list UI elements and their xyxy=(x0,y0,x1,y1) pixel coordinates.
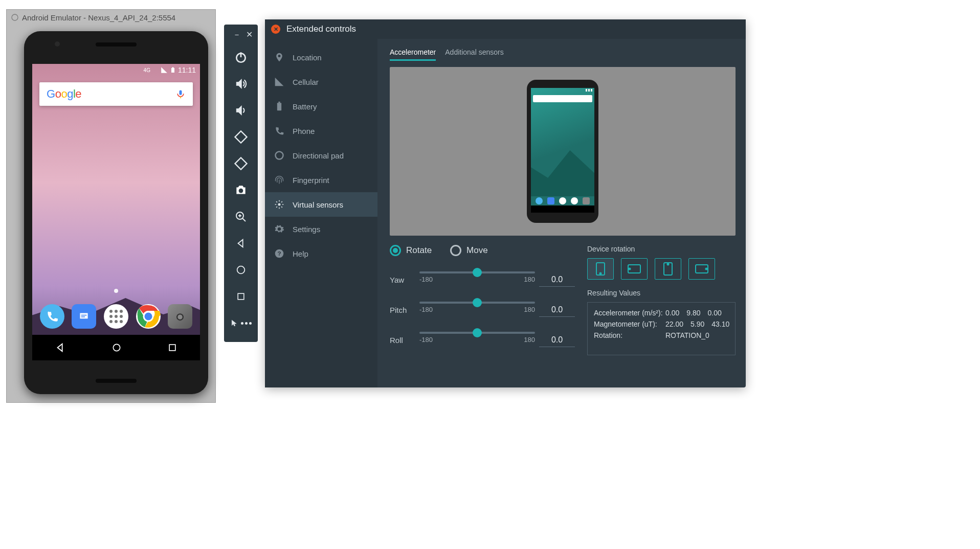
sidebar-item-help[interactable]: ? Help xyxy=(265,241,377,266)
emulator-toolbar: － ✕ xyxy=(224,25,258,342)
sidebar-item-dpad[interactable]: Directional pad xyxy=(265,143,377,168)
magnet-z: 43.10 xyxy=(711,320,729,328)
radio-indicator xyxy=(390,245,401,256)
dock-phone-icon[interactable] xyxy=(40,304,64,329)
home-button[interactable] xyxy=(229,258,253,282)
svg-rect-14 xyxy=(169,345,175,351)
nav-overview-icon[interactable] xyxy=(167,342,177,353)
emulator-window: Android Emulator - Nexus_4_API_24_2:5554… xyxy=(6,9,216,403)
magnet-x: 22.00 xyxy=(665,320,683,328)
tab-accelerometer[interactable]: Accelerometer xyxy=(390,45,436,61)
resulting-values-label: Resulting Values xyxy=(587,289,736,297)
sidebar-item-fingerprint[interactable]: Fingerprint xyxy=(265,168,377,192)
roll-slider[interactable]: -180 180 xyxy=(419,328,535,353)
android-status-bar[interactable]: 4G 11:11 xyxy=(32,64,200,76)
sidebar-item-virtual-sensors[interactable]: Virtual sensors xyxy=(265,192,377,217)
gear-icon xyxy=(274,224,284,234)
power-button[interactable] xyxy=(229,45,253,69)
battery-icon xyxy=(274,101,284,111)
bottom-speaker xyxy=(96,379,137,383)
more-button[interactable] xyxy=(229,311,253,335)
mode-rotate-radio[interactable]: Rotate xyxy=(390,245,432,256)
fingerprint-icon xyxy=(274,175,284,185)
mode-move-radio[interactable]: Move xyxy=(450,245,488,256)
close-button[interactable]: ✕ xyxy=(271,25,280,34)
svg-rect-5 xyxy=(80,313,88,319)
earpiece-speaker xyxy=(96,42,137,47)
tab-additional-sensors[interactable]: Additional sensors xyxy=(445,45,503,61)
magnet-label: Magnetometer (uT): xyxy=(594,320,665,328)
device-frame: 4G 11:11 Google xyxy=(24,31,208,394)
volume-down-button[interactable] xyxy=(229,99,253,122)
app-dock xyxy=(32,304,200,329)
screenshot-button[interactable] xyxy=(229,178,253,202)
sidebar-item-settings[interactable]: Settings xyxy=(265,217,377,241)
pitch-slider[interactable]: -180 180 xyxy=(419,298,535,323)
rotation-value: ROTATION_0 xyxy=(665,331,729,339)
dock-camera-icon[interactable] xyxy=(168,304,192,329)
yaw-value-input[interactable]: 0.0 xyxy=(539,273,575,287)
pitch-label: Pitch xyxy=(390,306,415,314)
volume-down-icon xyxy=(234,104,248,117)
toolbar-close-icon[interactable]: ✕ xyxy=(246,30,253,40)
svg-rect-1 xyxy=(171,68,174,73)
power-icon xyxy=(234,51,248,64)
extended-main: Accelerometer Additional sensors xyxy=(377,39,746,387)
magnet-y: 5.90 xyxy=(691,320,704,328)
yaw-min: -180 xyxy=(419,276,433,283)
svg-rect-17 xyxy=(235,131,247,143)
overview-icon xyxy=(236,291,246,302)
svg-rect-3 xyxy=(180,90,182,95)
svg-point-0 xyxy=(12,14,18,20)
svg-rect-27 xyxy=(278,102,280,103)
rotation-portrait-rev-button[interactable] xyxy=(655,258,681,280)
sidebar-item-label: Location xyxy=(293,53,322,62)
svg-line-21 xyxy=(242,218,246,221)
dock-messages-icon[interactable] xyxy=(72,304,96,329)
rotation-portrait-button[interactable] xyxy=(587,258,614,280)
resulting-values-box: Accelerometer (m/s²): 0.00 9.80 0.00 Mag… xyxy=(587,302,736,355)
yaw-slider[interactable]: -180 180 xyxy=(419,267,535,292)
overview-button[interactable] xyxy=(229,285,253,308)
emulator-title: Android Emulator - Nexus_4_API_24_2:5554 xyxy=(22,13,175,22)
dock-chrome-icon[interactable] xyxy=(136,304,161,329)
sensor-tabs: Accelerometer Additional sensors xyxy=(390,45,736,61)
toolbar-minimize-icon[interactable]: － xyxy=(233,30,241,40)
nav-home-icon[interactable] xyxy=(112,342,122,353)
dock-apps-icon[interactable] xyxy=(104,304,128,329)
svg-rect-6 xyxy=(81,315,87,316)
device-screen[interactable]: 4G 11:11 Google xyxy=(32,64,200,360)
roll-value-input[interactable]: 0.0 xyxy=(539,333,575,347)
svg-rect-25 xyxy=(238,293,244,300)
device-preview-area[interactable] xyxy=(390,67,736,236)
rotate-left-button[interactable] xyxy=(229,125,253,149)
signal-icon xyxy=(161,66,168,74)
zoom-button[interactable] xyxy=(229,205,253,228)
front-camera-dot xyxy=(55,41,60,47)
back-button[interactable] xyxy=(229,232,253,255)
android-icon xyxy=(11,13,19,21)
back-icon xyxy=(235,238,247,249)
volume-up-icon xyxy=(234,77,248,90)
svg-rect-2 xyxy=(172,67,173,68)
rotate-right-icon xyxy=(234,156,248,171)
sidebar-item-cellular[interactable]: Cellular xyxy=(265,70,377,94)
device-rotation-label: Device rotation xyxy=(587,245,736,253)
yaw-label: Yaw xyxy=(390,276,415,284)
sidebar-item-location[interactable]: Location xyxy=(265,45,377,70)
accel-z: 0.00 xyxy=(708,309,722,317)
device-preview[interactable] xyxy=(527,80,598,223)
dpad-icon xyxy=(274,150,284,161)
volume-up-button[interactable] xyxy=(229,72,253,96)
rotation-landscape-rev-button[interactable] xyxy=(688,258,715,280)
mic-icon[interactable] xyxy=(175,89,186,99)
nav-back-icon[interactable] xyxy=(55,342,66,353)
sidebar-item-label: Settings xyxy=(293,225,320,234)
sidebar-item-battery[interactable]: Battery xyxy=(265,94,377,119)
sidebar-item-phone[interactable]: Phone xyxy=(265,119,377,143)
rotation-landscape-button[interactable] xyxy=(621,258,648,280)
pitch-value-input[interactable]: 0.0 xyxy=(539,303,575,317)
rotate-right-button[interactable] xyxy=(229,152,253,175)
accel-y: 9.80 xyxy=(686,309,700,317)
google-search-bar[interactable]: Google xyxy=(39,82,193,106)
